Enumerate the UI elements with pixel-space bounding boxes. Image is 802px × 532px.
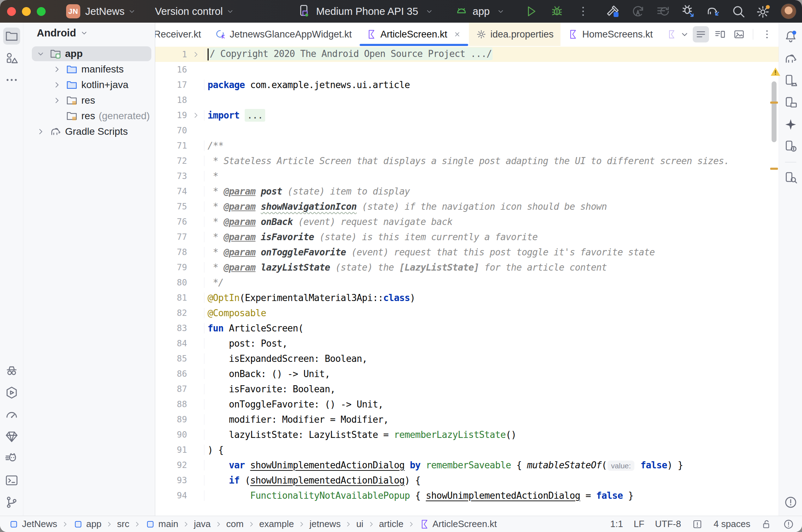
apply-changes-icon[interactable] [630,4,646,19]
line-number[interactable]: 75 [155,202,204,212]
line-number[interactable]: 91 [155,445,204,455]
tab-receiver-kt[interactable]: Receiver.kt [155,23,208,46]
device-manager-icon[interactable] [782,72,799,89]
scrollbar-warning-mark[interactable] [770,168,778,170]
code-editor[interactable]: 1/ Copyright 2020 The Android Open Sourc… [155,46,779,516]
line-number[interactable]: 70 [155,126,204,135]
breadcrumb-jetnews[interactable]: jetnews [309,519,341,530]
line-number[interactable]: 18 [155,95,204,105]
vcs-menu[interactable]: Version control [155,6,235,17]
breadcrumb-article[interactable]: article [379,519,403,530]
line-number[interactable]: 94 [155,491,204,501]
logcat-icon[interactable] [3,450,20,467]
caret-position[interactable]: 1:1 [610,519,623,530]
close-window-button[interactable] [7,7,16,16]
line-number[interactable]: 1 [155,50,204,59]
resource-manager-icon[interactable] [3,50,20,66]
design-view-icon[interactable] [731,26,747,42]
device-explorer-icon[interactable] [782,138,799,155]
line-number[interactable]: 71 [155,141,204,151]
close-icon[interactable] [453,30,462,39]
line-number[interactable]: 19 [155,110,204,120]
tree-item-kotlin-java[interactable]: kotlin+java [23,77,155,93]
tab-jetnewsglanceappwidget-kt[interactable]: JetnewsGlanceAppWidget.kt [208,23,359,46]
tree-item-app[interactable]: app [23,46,155,62]
line-number[interactable]: 81 [155,293,204,303]
settings-icon[interactable] [756,4,771,19]
line-number[interactable]: 77 [155,232,204,242]
chevron-right-icon[interactable] [52,64,62,74]
notifications-icon[interactable] [782,28,799,45]
readonly-toggle-icon[interactable] [761,519,772,530]
more-run-options-icon[interactable] [575,4,591,19]
line-number[interactable]: 90 [155,430,204,440]
line-number[interactable]: 82 [155,308,204,318]
minimize-window-button[interactable] [22,7,31,16]
line-number[interactable]: 17 [155,80,204,90]
version-control-icon[interactable] [3,494,20,511]
gemini-icon[interactable] [782,116,799,133]
line-number[interactable]: 84 [155,339,204,348]
debug-button[interactable] [549,4,565,19]
line-number[interactable]: 80 [155,278,204,288]
line-separator[interactable]: LF [634,519,644,530]
line-number[interactable]: 88 [155,399,204,409]
project-menu[interactable]: JetNews [80,6,136,17]
breadcrumb-main[interactable]: main [145,519,178,530]
editor-scrollbar[interactable] [769,46,779,516]
gradle-sync-icon[interactable] [705,4,721,19]
profiler-icon[interactable] [3,406,20,423]
layout-inspector-icon[interactable] [782,169,799,186]
split-view-icon[interactable] [712,26,728,42]
run-button[interactable] [523,4,539,19]
zoom-window-button[interactable] [37,7,46,16]
tree-item-gradle-scripts[interactable]: Gradle Scripts [23,124,155,139]
indent-setting[interactable]: 4 spaces [714,519,750,530]
device-selector[interactable]: Medium Phone API 35 [296,4,434,19]
scrollbar-warning-mark[interactable] [770,102,778,104]
chevron-right-icon[interactable] [52,80,62,90]
line-number[interactable]: 93 [155,475,204,485]
line-number[interactable]: 79 [155,262,204,272]
run-config-selector[interactable]: app [454,4,505,19]
terminal-icon[interactable] [3,472,20,489]
line-number[interactable]: 85 [155,354,204,364]
gradle-icon[interactable] [782,50,799,67]
line-number[interactable]: 72 [155,156,204,166]
line-number[interactable]: 87 [155,384,204,394]
tree-item-res[interactable]: res (generated) [23,108,155,124]
line-number[interactable]: 89 [155,415,204,424]
attach-debugger-icon[interactable] [680,4,696,19]
editor-more-options-icon[interactable] [759,26,775,42]
search-everywhere-icon[interactable] [731,4,746,19]
breadcrumb-jetnews[interactable]: JetNews [8,519,57,530]
build-icon[interactable] [605,4,621,19]
breadcrumb-src[interactable]: src [117,519,129,530]
fold-chevron-icon[interactable] [191,50,200,59]
line-number[interactable]: 16 [155,65,204,75]
line-number[interactable]: 83 [155,323,204,333]
tab-idea-properties[interactable]: idea.properties [469,23,561,46]
project-view-selector[interactable]: Android [23,23,155,43]
problems-status-icon[interactable] [783,519,794,530]
project-tool-icon[interactable] [3,28,20,45]
hidden-tabs-chevron-icon[interactable] [679,29,690,40]
line-number[interactable]: 74 [155,186,204,196]
breadcrumb-articlescreen-kt[interactable]: ArticleScreen.kt [419,519,497,530]
line-number[interactable]: 76 [155,217,204,227]
more-tool-windows-icon[interactable] [3,71,20,88]
chevron-right-icon[interactable] [52,96,62,105]
line-number[interactable]: 78 [155,247,204,257]
inspections-warning-icon[interactable] [769,66,781,79]
line-number[interactable]: 86 [155,369,204,379]
services-icon[interactable] [3,384,20,401]
tree-item-manifests[interactable]: manifests [23,62,155,77]
app-quality-insights-icon[interactable] [3,362,20,379]
file-encoding[interactable]: UTF-8 [655,519,681,530]
breadcrumb-example[interactable]: example [259,519,294,530]
breadcrumb-com[interactable]: com [226,519,244,530]
fold-chevron-icon[interactable] [191,111,200,120]
breadcrumb-app[interactable]: app [73,519,101,530]
chevron-right-icon[interactable] [35,127,46,137]
chevron-down-icon[interactable] [35,49,46,59]
